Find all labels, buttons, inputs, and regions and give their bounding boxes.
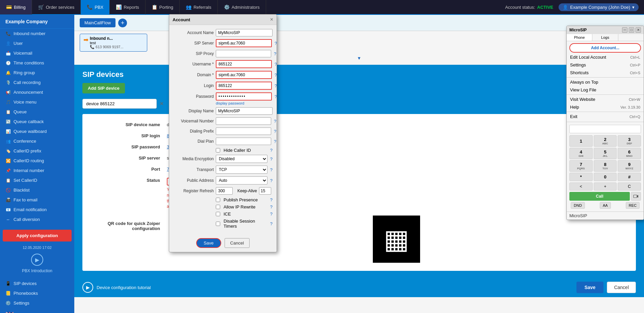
sidebar-item-voice-menu[interactable]: 🎵 Voice menu [0, 97, 74, 107]
media-encryption-select[interactable]: Disabled SRTP [216, 155, 267, 163]
microsip-menu-always-on-top[interactable]: Always on Top [567, 78, 644, 86]
sidebar-item-queue[interactable]: 📋 Queue [0, 107, 74, 117]
dial-nav-back[interactable]: < [569, 182, 593, 191]
cancel-button[interactable]: Cancel [607, 282, 636, 293]
nav-tab-order[interactable]: 🛒 Order services [32, 0, 81, 15]
account-modal-save-button[interactable]: Save [196, 238, 221, 248]
sidebar-item-fax[interactable]: 📠 Fax to email [0, 195, 74, 205]
add-sip-device-button[interactable]: Add SIP device [82, 83, 125, 93]
dial-key-5[interactable]: 5JKL [594, 148, 617, 159]
add-account-button[interactable]: Add Account... [569, 43, 641, 53]
login-help-icon[interactable]: ? [275, 83, 277, 88]
microsip-menu-settings[interactable]: Settings Ctrl+P [567, 61, 644, 69]
sidebar-item-announcement[interactable]: 📢 Announcement [0, 87, 74, 97]
dial-key-8[interactable]: 8TUV [594, 160, 617, 172]
save-button[interactable]: Save [576, 282, 604, 293]
device-search-input[interactable] [82, 99, 157, 109]
disable-session-timers-help-icon[interactable]: ? [270, 221, 273, 226]
microsip-tab-phone[interactable]: Phone [567, 34, 592, 41]
sidebar-item-voicemail[interactable]: 📩 Voicemail [0, 48, 74, 58]
microsip-menu-help[interactable]: Help Ver. 3.19.30 [567, 103, 644, 111]
dialpad-display[interactable] [569, 125, 641, 133]
play-button[interactable]: ▶ [31, 254, 43, 266]
ice-help-icon[interactable]: ? [270, 211, 273, 217]
username-help-icon[interactable]: ? [275, 62, 277, 67]
sidebar-item-call-recording[interactable]: 🎙️ Call recording [0, 78, 74, 87]
sidebar-item-email-notification[interactable]: 📧 Email notification [0, 205, 74, 215]
account-name-input[interactable] [216, 29, 273, 36]
microsip-maximize-button[interactable]: □ [629, 27, 634, 33]
voicemail-form-input[interactable] [216, 117, 271, 125]
aa-button[interactable]: AA [600, 202, 611, 209]
hide-caller-help-icon[interactable]: ? [270, 148, 273, 153]
nav-tab-admins[interactable]: ⚙️ Administrators [218, 0, 266, 15]
domain-form-input[interactable] [216, 71, 272, 79]
dial-plan-input[interactable] [216, 138, 271, 145]
language-flag[interactable]: 🇬🇧 [0, 308, 74, 313]
main-call-flow-button[interactable]: MainCallFlow [80, 18, 115, 27]
inbound-flow-node[interactable]: ➡ Inbound n... test 📞 613 9069 9197... [80, 34, 147, 52]
nav-tab-reports[interactable]: 📊 Reports [110, 0, 146, 15]
dial-nav-clear[interactable]: C [618, 182, 641, 191]
sip-server-form-input[interactable] [216, 39, 272, 47]
dial-key-star[interactable]: * [569, 173, 593, 181]
disable-session-timers-checkbox[interactable] [216, 222, 220, 226]
sidebar-item-callerid-prefix[interactable]: 🏷️ CallerID prefix [0, 146, 74, 156]
sidebar-item-queue-callback[interactable]: ↩️ Queue callback [0, 117, 74, 126]
sidebar-item-sip-devices[interactable]: 📱 SIP devices [0, 279, 74, 288]
public-address-select[interactable]: Auto [216, 176, 267, 184]
keep-alive-input[interactable] [259, 187, 271, 195]
dial-key-1[interactable]: 1 [569, 135, 593, 147]
dial-key-3[interactable]: 3DEF [618, 135, 641, 147]
sidebar-item-settings[interactable]: ⚙️ Settings [0, 298, 74, 308]
publish-presence-checkbox[interactable] [216, 198, 220, 202]
sidebar-item-set-callerid[interactable]: 📋 Set CallerID [0, 175, 74, 185]
sidebar-item-blacklist[interactable]: 🚫 Blacklist [0, 185, 74, 195]
password-help-icon[interactable]: ? [275, 94, 277, 99]
sidebar-item-call-diversion[interactable]: ↔️ Call diversion [0, 215, 74, 224]
scroll-indicator[interactable]: ▼ [80, 54, 639, 62]
microsip-tab-logs[interactable]: Logs [592, 34, 618, 41]
display-name-input[interactable] [216, 107, 273, 115]
sidebar-item-time-conditions[interactable]: 🕐 Time conditions [0, 58, 74, 68]
sidebar-item-inbound-number[interactable]: 📞 Inbound number [0, 29, 74, 38]
username-form-input[interactable] [216, 60, 272, 68]
dial-key-2[interactable]: 2ABC [594, 135, 617, 147]
device-clear-button[interactable]: ✕ [159, 101, 164, 107]
account-modal-close-button[interactable]: × [270, 17, 273, 23]
apply-configuration-button[interactable]: Apply configuration [3, 230, 72, 241]
nav-tab-pbx[interactable]: 📞 PBX [81, 0, 110, 15]
microsip-menu-shortcuts[interactable]: Shortcuts Ctrl+S [567, 69, 644, 77]
transport-select[interactable]: TCP UDP TLS [216, 166, 267, 174]
media-encryption-help-icon[interactable]: ? [270, 156, 273, 162]
microsip-close-button[interactable]: ✕ [636, 27, 641, 33]
add-flow-button[interactable]: + [118, 19, 127, 27]
sidebar-item-internal-number[interactable]: 📌 Internal number [0, 166, 74, 175]
sidebar-item-queue-wallboard[interactable]: 📊 Queue wallboard [0, 126, 74, 136]
sidebar-item-conference[interactable]: 👥 Conference [0, 136, 74, 146]
dial-key-4[interactable]: 4GHI [569, 148, 593, 159]
nav-tab-porting[interactable]: 📋 Porting [146, 0, 180, 15]
ice-checkbox[interactable] [216, 212, 220, 216]
dialing-prefix-input[interactable] [216, 127, 271, 135]
dial-nav-plus[interactable]: + [594, 182, 617, 191]
nav-tab-billing[interactable]: 💳 Billing [0, 0, 32, 15]
sip-server-help-icon[interactable]: ? [275, 41, 277, 46]
tutorial-button[interactable]: ▶ Device configuration tutorial [82, 282, 151, 293]
password-form-input[interactable] [216, 92, 272, 101]
nav-tab-referrals[interactable]: 👥 Referrals [180, 0, 218, 15]
microsip-menu-edit-local[interactable]: Edit Local Account Ctrl+L [567, 53, 644, 61]
hide-caller-id-checkbox[interactable] [216, 148, 220, 152]
dial-key-hash[interactable]: # [618, 173, 641, 181]
microsip-menu-view-log[interactable]: View Log File [567, 86, 644, 94]
microsip-menu-visit-website[interactable]: Visit Website Ctrl+W [567, 95, 644, 103]
dial-key-0[interactable]: 0 [594, 173, 617, 181]
login-form-input[interactable] [216, 82, 272, 90]
microsip-menu-exit[interactable]: Exit Ctrl+Q [567, 113, 644, 120]
transport-help-icon[interactable]: ? [270, 167, 273, 172]
domain-help-icon[interactable]: ? [275, 73, 277, 78]
voicemail-help-icon[interactable]: ? [274, 119, 276, 124]
dial-key-6[interactable]: 6MNO [618, 148, 641, 159]
microsip-minimize-button[interactable]: ─ [622, 27, 627, 33]
call-button[interactable]: Call [569, 192, 630, 201]
